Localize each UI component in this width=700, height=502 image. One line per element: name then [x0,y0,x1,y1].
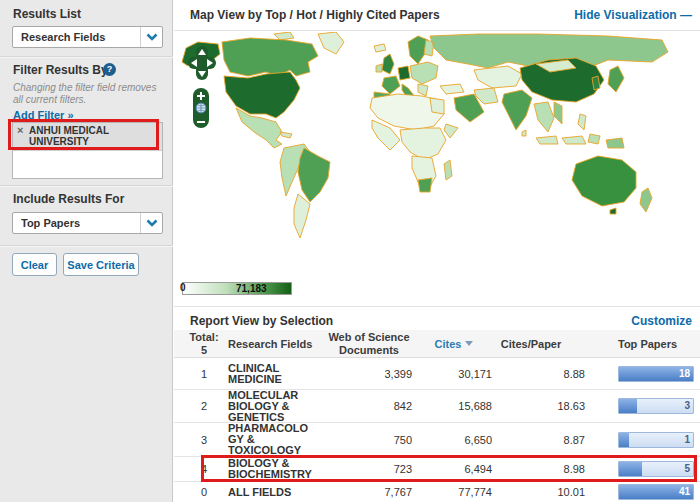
column-wos-documents: Web of Science Documents [314,331,424,357]
field-link: BIOLOGY & BIOCHEMISTRY [228,458,314,480]
save-criteria-button[interactable]: Save Criteria [63,253,139,276]
region-central-africa [400,128,446,160]
legend-max-value: 71,183 [236,283,267,294]
docs-cell: 842 [324,390,412,422]
country-kazakhstan [474,66,522,88]
docs-cell: 750 [324,423,412,456]
clear-button[interactable]: Clear [12,253,57,276]
hide-visualization-link[interactable]: Hide Visualization — [574,8,692,22]
add-filter-link[interactable]: Add Filter » [13,109,74,121]
country-borneo [588,134,600,144]
column-research-fields: Research Fields [228,338,328,350]
top-papers-value: 5 [684,463,690,474]
country-indonesia-west [536,136,558,144]
top-papers-value: 3 [684,400,690,411]
cites-per-paper-cell: 8.87 [504,423,585,456]
country-ireland [376,64,382,72]
cites-cell: 30,171 [414,358,492,389]
results-list-dropdown-value: Research Fields [13,31,140,43]
top-papers-value: 18 [679,368,690,379]
rank-cell: 2 [184,390,224,422]
region-horn-of-africa [444,124,458,138]
field-link: CLINICAL MEDICINE [228,363,314,385]
legend-min-value: 0 [180,282,186,293]
total-count: Total: 5 [184,331,224,357]
map-zoom-control[interactable] [193,88,209,128]
country-new-zealand [640,188,652,212]
report-view-title: Report View by Selection [190,314,333,328]
country-eastern-europe [410,62,438,84]
column-top-papers: Top Papers [618,338,698,350]
filter-results-by-heading: Filter Results By [13,63,108,77]
top-papers-value: 1 [684,434,690,445]
map-view-header: Map View by Top / Hot / Highly Cited Pap… [174,0,700,30]
cites-per-paper-cell: 8.88 [504,358,585,389]
country-iceland [374,44,386,52]
region-southeast-asia [534,102,554,132]
results-list-heading: Results List [13,7,81,21]
top-papers-value: 41 [679,486,690,497]
customize-link[interactable]: Customize [631,314,692,328]
active-filter-item[interactable]: × ANHUI MEDICAL UNIVERSITY [13,123,162,151]
country-tasmania [610,208,616,214]
esi-app-window: Results List Research Fields Filter Resu… [0,0,700,502]
field-link: PHARMACOLOGY & TOXICOLOGY [228,423,314,456]
country-germany [398,66,410,80]
main-content: Map View by Top / Hot / Highly Cited Pap… [174,0,700,502]
top-papers-bar: 41 [618,484,694,500]
country-south-africa [418,178,432,192]
sidebar-divider [0,245,173,247]
docs-cell: 3,399 [324,358,412,389]
table-row-highlighted: 4 BIOLOGY & BIOCHEMISTRY 723 6,494 8.98 … [174,457,700,482]
chevron-down-icon[interactable] [140,27,162,47]
country-madagascar [444,160,452,180]
country-korea [592,76,600,90]
docs-cell: 723 [324,457,412,481]
chevron-down-icon[interactable] [140,213,162,233]
country-philippines [578,114,586,130]
world-choropleth-map[interactable] [178,32,698,278]
map-view-title: Map View by Top / Hot / Highly Cited Pap… [190,8,440,22]
filter-sidebar: Results List Research Fields Filter Resu… [0,0,173,502]
column-cites-sortable[interactable]: Cites [416,338,492,350]
top-papers-bar: 18 [618,366,694,382]
results-table-header: Total: 5 Research Fields Web of Science … [174,330,700,358]
field-link: ALL FIELDS [228,487,314,498]
cites-cell: 77,774 [414,482,492,502]
filter-note: Changing the filter field removes all cu… [13,82,163,106]
country-indonesia-east [562,136,586,144]
country-new-guinea [606,138,624,148]
rank-cell: 1 [184,358,224,389]
sidebar-divider [0,185,173,187]
results-list-dropdown[interactable]: Research Fields [12,26,163,48]
country-vietnam [554,102,562,124]
country-arctic-islands [274,32,294,40]
table-row-all-fields: 0 ALL FIELDS 7,767 77,774 10.01 41 [174,482,700,502]
table-row: 3 PHARMACOLOGY & TOXICOLOGY 750 6,650 8.… [174,423,700,457]
help-icon[interactable]: ? [103,63,116,76]
country-argentina [294,194,310,238]
remove-filter-icon[interactable]: × [17,125,23,136]
country-france [382,76,400,94]
divider [174,30,700,31]
column-cites-per-paper: Cites/Paper [490,338,572,350]
country-brazil [298,148,330,202]
docs-cell: 7,767 [324,482,412,502]
country-caribbean [280,132,292,138]
country-australia [572,156,636,206]
include-results-dropdown[interactable]: Top Papers [12,212,163,234]
active-filters-listbox[interactable]: × ANHUI MEDICAL UNIVERSITY [12,122,163,179]
country-uk [382,54,394,74]
cites-cell: 15,688 [414,390,492,422]
field-link: MOLECULAR BIOLOGY & GENETICS [228,390,314,423]
country-greenland [318,32,344,54]
country-balkans [418,84,428,96]
country-india [502,90,532,130]
top-papers-bar: 5 [618,461,694,477]
country-egypt [430,98,444,114]
cites-per-paper-cell: 18.63 [504,390,585,422]
country-japan [608,66,624,92]
rank-cell: 0 [184,482,224,502]
include-results-heading: Include Results For [13,192,124,206]
report-view-header: Report View by Selection Customize [174,306,700,330]
